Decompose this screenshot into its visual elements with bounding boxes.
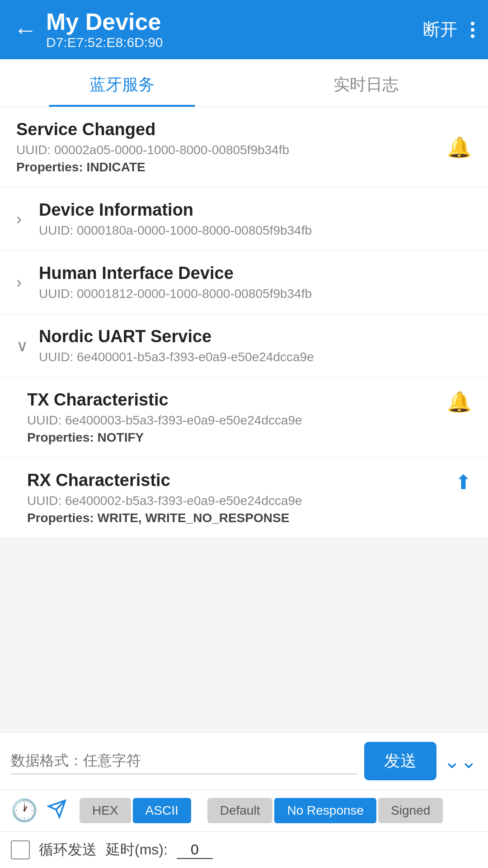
clock-icon[interactable]: 🕐: [11, 798, 38, 823]
no-response-button[interactable]: No Response: [274, 798, 376, 823]
device-title: My Device: [46, 9, 163, 35]
service-header-device-info: › Device Information UUID: 0000180a-0000…: [16, 200, 472, 238]
service-uuid-changed: UUID: 00002a05-0000-1000-8000-00805f9b34…: [16, 143, 289, 157]
chevron-down-nordic-icon: ∨: [16, 336, 30, 355]
char-props-rx: Properties: WRITE, WRITE_NO_RESPONSE: [27, 511, 302, 525]
service-list: Service Changed UUID: 00002a05-0000-1000…: [0, 107, 488, 538]
service-uuid-device-info: UUID: 0000180a-0000-1000-8000-00805f9b34…: [39, 223, 312, 238]
service-header-changed: Service Changed UUID: 00002a05-0000-1000…: [16, 120, 472, 175]
char-name-rx: RX Characteristic: [27, 471, 302, 490]
chevron-right-device-info-icon: ›: [16, 210, 30, 229]
format-group: HEX ASCII: [80, 798, 191, 823]
upload-icon-rx[interactable]: ⬆: [455, 471, 472, 494]
loop-checkbox[interactable]: [11, 840, 30, 859]
delay-input[interactable]: [177, 841, 213, 859]
service-item-changed[interactable]: Service Changed UUID: 00002a05-0000-1000…: [0, 107, 488, 188]
header-left: ← My Device D7:E7:52:E8:6D:90: [14, 9, 163, 50]
disconnect-button[interactable]: 断开: [423, 18, 457, 41]
service-uuid-nordic: UUID: 6e400001-b5a3-f393-e0a9-e50e24dcca…: [39, 350, 314, 364]
char-header-rx: RX Characteristic UUID: 6e400002-b5a3-f3…: [27, 471, 472, 525]
controls-row: 🕐 HEX ASCII Default No Response Signed: [0, 790, 488, 832]
service-info-device-info: Device Information UUID: 0000180a-0000-1…: [39, 200, 312, 238]
back-button[interactable]: ←: [14, 18, 37, 42]
service-name-nordic: Nordic UART Service: [39, 327, 314, 346]
more-button[interactable]: [471, 22, 474, 38]
dot1: [471, 22, 474, 25]
tab-bluetooth[interactable]: 蓝牙服务: [0, 59, 244, 107]
service-info-nordic: Nordic UART Service UUID: 6e400001-b5a3-…: [39, 327, 314, 364]
input-row: 发送 ⌄⌄: [0, 733, 488, 790]
data-input[interactable]: [11, 748, 357, 774]
char-uuid-rx: UUID: 6e400002-b5a3-f393-e0a9-e50e24dcca…: [27, 494, 302, 508]
send-plane-icon[interactable]: [47, 799, 67, 823]
notify-bell-icon-changed[interactable]: 🔔: [447, 136, 472, 159]
signed-button[interactable]: Signed: [378, 798, 443, 823]
service-item-hid[interactable]: › Human Interface Device UUID: 00001812-…: [0, 251, 488, 314]
header-title-block: My Device D7:E7:52:E8:6D:90: [46, 9, 163, 50]
char-props-tx: Properties: NOTIFY: [27, 430, 302, 445]
service-name-hid: Human Interface Device: [39, 264, 312, 283]
loop-label: 循环发送: [39, 840, 97, 860]
char-uuid-tx: UUID: 6e400003-b5a3-f393-e0a9-e50e24dcca…: [27, 413, 302, 428]
service-item-device-info[interactable]: › Device Information UUID: 0000180a-0000…: [0, 188, 488, 251]
loop-row: 循环发送 延时(ms):: [0, 832, 488, 868]
service-name-changed: Service Changed: [16, 120, 289, 139]
send-button[interactable]: 发送: [364, 742, 436, 780]
service-header-hid: › Human Interface Device UUID: 00001812-…: [16, 264, 472, 301]
notify-bell-icon-tx[interactable]: 🔔: [447, 390, 472, 414]
service-uuid-hid: UUID: 00001812-0000-1000-8000-00805f9b34…: [39, 287, 312, 301]
dot3: [471, 34, 474, 38]
device-mac: D7:E7:52:E8:6D:90: [46, 35, 163, 50]
chevron-right-hid-icon: ›: [16, 273, 30, 292]
service-info-hid: Human Interface Device UUID: 00001812-00…: [39, 264, 312, 301]
service-header-nordic: ∨ Nordic UART Service UUID: 6e400001-b5a…: [16, 327, 472, 364]
service-item-nordic[interactable]: ∨ Nordic UART Service UUID: 6e400001-b5a…: [0, 314, 488, 377]
char-info-tx: TX Characteristic UUID: 6e400003-b5a3-f3…: [27, 390, 302, 445]
default-button[interactable]: Default: [207, 798, 273, 823]
char-item-rx[interactable]: RX Characteristic UUID: 6e400002-b5a3-f3…: [0, 458, 488, 538]
service-info-changed: Service Changed UUID: 00002a05-0000-1000…: [16, 120, 289, 175]
hex-button[interactable]: HEX: [80, 798, 131, 823]
char-header-tx: TX Characteristic UUID: 6e400003-b5a3-f3…: [27, 390, 472, 445]
service-props-changed: Properties: INDICATE: [16, 160, 289, 175]
char-item-tx[interactable]: TX Characteristic UUID: 6e400003-b5a3-f3…: [0, 377, 488, 458]
service-name-device-info: Device Information: [39, 200, 312, 220]
expand-icon[interactable]: ⌄⌄: [444, 750, 477, 773]
delay-label: 延时(ms):: [106, 840, 168, 860]
response-group: Default No Response Signed: [207, 798, 443, 823]
header-right: 断开: [423, 18, 474, 41]
app-header: ← My Device D7:E7:52:E8:6D:90 断开: [0, 0, 488, 59]
bottom-bar: 发送 ⌄⌄ 🕐 HEX ASCII Default No Response Si…: [0, 732, 488, 868]
char-name-tx: TX Characteristic: [27, 390, 302, 410]
ascii-button[interactable]: ASCII: [133, 798, 191, 823]
dot2: [471, 28, 474, 32]
tab-log[interactable]: 实时日志: [244, 59, 488, 107]
tab-bar: 蓝牙服务 实时日志: [0, 59, 488, 107]
char-info-rx: RX Characteristic UUID: 6e400002-b5a3-f3…: [27, 471, 302, 525]
